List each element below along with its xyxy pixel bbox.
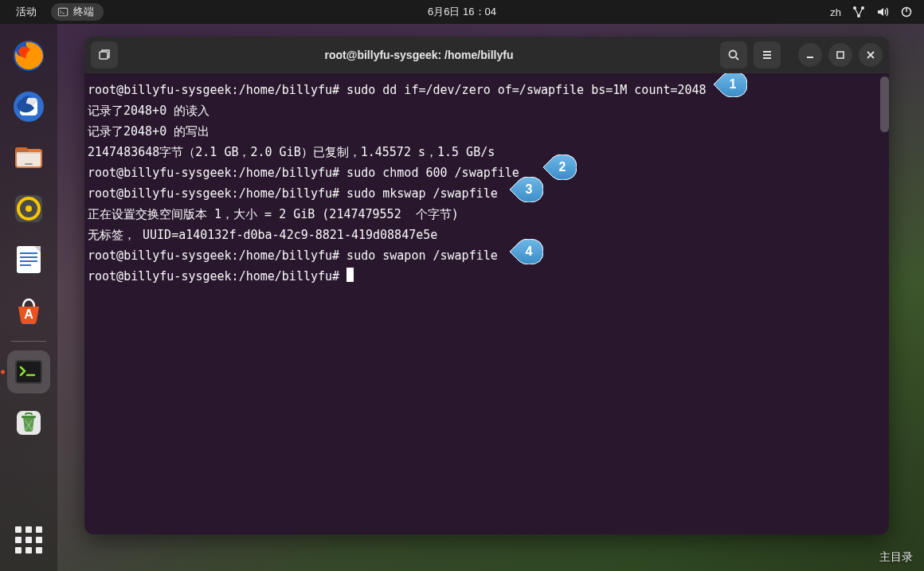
window-title: root@billyfu-sysgeek: /home/billyfu bbox=[124, 49, 714, 61]
dock-firefox[interactable] bbox=[7, 34, 50, 77]
term-line: 2147483648字节（2.1 GB，2.0 GiB）已复制，1.45572 … bbox=[88, 142, 886, 162]
svg-rect-35 bbox=[837, 52, 844, 58]
dock-software-center[interactable]: A bbox=[7, 289, 50, 332]
dock-trash[interactable] bbox=[7, 401, 50, 444]
svg-point-16 bbox=[25, 205, 32, 212]
term-line-prompt: root@billyfu-sysgeek:/home/billyfu# bbox=[88, 266, 886, 287]
app-grid-button[interactable] bbox=[7, 518, 50, 561]
dock: A bbox=[0, 24, 57, 571]
input-method-indicator[interactable]: zh bbox=[830, 6, 841, 18]
dock-thunderbird[interactable] bbox=[7, 85, 50, 128]
maximize-button[interactable] bbox=[828, 43, 852, 67]
term-line: 记录了2048+0 的读入 bbox=[88, 100, 886, 121]
power-icon[interactable] bbox=[900, 6, 913, 18]
dock-files[interactable] bbox=[7, 136, 50, 179]
svg-rect-13 bbox=[25, 163, 33, 165]
term-line: root@billyfu-sysgeek:/home/billyfu# sudo… bbox=[88, 80, 886, 100]
close-button[interactable] bbox=[859, 43, 883, 67]
svg-rect-21 bbox=[20, 264, 31, 266]
clock[interactable]: 6月6日 16：04 bbox=[428, 5, 496, 19]
svg-rect-17 bbox=[17, 246, 41, 273]
svg-rect-19 bbox=[20, 256, 37, 258]
svg-text:A: A bbox=[24, 307, 33, 321]
dock-libreoffice-writer[interactable] bbox=[7, 238, 50, 281]
svg-point-29 bbox=[730, 51, 737, 58]
desktop-folder-label[interactable]: 主目录 bbox=[879, 550, 913, 565]
hamburger-menu-button[interactable] bbox=[754, 41, 781, 68]
activities-button[interactable]: 活动 bbox=[11, 3, 41, 21]
top-panel: 活动 终端 6月6日 16：04 zh bbox=[0, 0, 924, 24]
window-titlebar: root@billyfu-sysgeek: /home/billyfu bbox=[84, 37, 889, 73]
svg-rect-12 bbox=[17, 152, 41, 154]
network-icon[interactable] bbox=[852, 6, 865, 18]
svg-rect-28 bbox=[100, 52, 108, 59]
svg-rect-18 bbox=[20, 252, 37, 254]
minimize-button[interactable] bbox=[798, 43, 822, 67]
dock-terminal[interactable] bbox=[7, 350, 50, 393]
active-app-label: 终端 bbox=[73, 5, 94, 19]
term-line: root@billyfu-sysgeek:/home/billyfu# sudo… bbox=[88, 245, 886, 266]
search-button[interactable] bbox=[720, 41, 747, 68]
term-line: 无标签， UUID=a140132f-d0ba-42c9-8821-419d08… bbox=[88, 225, 886, 245]
svg-rect-27 bbox=[22, 416, 36, 418]
scrollbar-thumb[interactable] bbox=[880, 76, 889, 132]
cursor bbox=[346, 268, 354, 282]
term-line: root@billyfu-sysgeek:/home/billyfu# sudo… bbox=[88, 162, 886, 183]
term-line: 记录了2048+0 的写出 bbox=[88, 121, 886, 142]
active-app-indicator[interactable]: 终端 bbox=[51, 3, 104, 21]
dock-rhythmbox[interactable] bbox=[7, 187, 50, 230]
dock-separator bbox=[11, 341, 46, 342]
svg-rect-1 bbox=[59, 9, 68, 16]
terminal-window: root@billyfu-sysgeek: /home/billyfu root… bbox=[84, 37, 889, 534]
terminal-content[interactable]: root@billyfu-sysgeek:/home/billyfu# sudo… bbox=[84, 73, 889, 534]
svg-rect-20 bbox=[20, 260, 37, 262]
term-line: root@billyfu-sysgeek:/home/billyfu# sudo… bbox=[88, 183, 886, 204]
svg-rect-24 bbox=[17, 362, 41, 382]
term-line: 正在设置交换空间版本 1，大小 = 2 GiB (2147479552 个字节) bbox=[88, 204, 886, 225]
terminal-icon bbox=[57, 6, 69, 18]
svg-line-30 bbox=[736, 57, 738, 60]
volume-icon[interactable] bbox=[876, 6, 889, 18]
new-tab-button[interactable] bbox=[91, 41, 118, 68]
